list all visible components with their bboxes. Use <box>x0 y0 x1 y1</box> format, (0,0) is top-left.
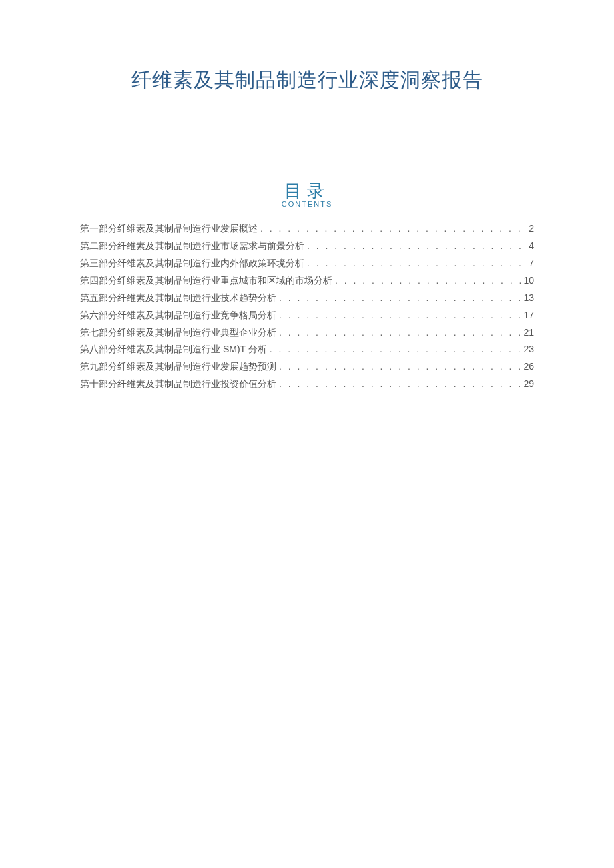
toc-item-page: 7 <box>529 255 534 272</box>
toc-dots <box>335 272 521 290</box>
toc-item-page: 2 <box>529 220 534 238</box>
document-title: 纤维素及其制品制造行业深度洞察报告 <box>80 67 534 94</box>
toc-dots <box>279 376 521 393</box>
toc-item-label: 第六部分纤维素及其制品制造行业竞争格局分析 <box>80 307 276 324</box>
toc-dots <box>270 341 521 358</box>
toc-dots <box>279 307 521 324</box>
toc-dots <box>260 220 526 238</box>
toc-dots <box>307 255 526 272</box>
toc-item-label: 第五部分纤维素及其制品制造行业技术趋势分析 <box>80 290 276 307</box>
toc-item[interactable]: 第九部分纤维素及其制品制造行业发展趋势预测 26 <box>80 358 534 376</box>
toc-item-label: 第八部分纤维素及其制品制造行业 SM)T 分析 <box>80 341 267 358</box>
toc-item-label: 第四部分纤维素及其制品制造行业重点城市和区域的市场分析 <box>80 272 332 290</box>
toc-item-page: 23 <box>523 341 534 358</box>
toc-item-label: 第二部分纤维素及其制品制造行业市场需求与前景分析 <box>80 238 304 255</box>
toc-item[interactable]: 第三部分纤维素及其制品制造行业内外部政策环境分析 7 <box>80 255 534 272</box>
toc-item-label: 第十部分纤维素及其制品制造行业投资价值分析 <box>80 376 276 393</box>
toc-item[interactable]: 第八部分纤维素及其制品制造行业 SM)T 分析 23 <box>80 341 534 358</box>
toc-item-label: 第七部分纤维素及其制品制造行业典型企业分析 <box>80 324 276 342</box>
toc-item-page: 21 <box>523 324 534 342</box>
toc-item-page: 4 <box>529 238 534 255</box>
toc-dots <box>279 290 521 307</box>
toc-item-page: 29 <box>523 376 534 393</box>
toc-item-page: 13 <box>523 290 534 307</box>
toc-item-label: 第九部分纤维素及其制品制造行业发展趋势预测 <box>80 358 276 376</box>
toc-dots <box>279 358 521 376</box>
toc-item-page: 17 <box>523 307 534 324</box>
toc-list: 第一部分纤维素及其制品制造行业发展概述 2 第二部分纤维素及其制品制造行业市场需… <box>80 220 534 393</box>
toc-item[interactable]: 第二部分纤维素及其制品制造行业市场需求与前景分析 4 <box>80 238 534 255</box>
toc-heading: 目录 <box>80 181 534 201</box>
toc-item[interactable]: 第七部分纤维素及其制品制造行业典型企业分析 21 <box>80 324 534 342</box>
toc-item-label: 第三部分纤维素及其制品制造行业内外部政策环境分析 <box>80 255 304 272</box>
toc-dots <box>307 238 526 255</box>
toc-header: 目录 CONTENTS <box>80 181 534 208</box>
toc-dots <box>279 324 521 342</box>
toc-item[interactable]: 第五部分纤维素及其制品制造行业技术趋势分析 13 <box>80 290 534 307</box>
toc-item-page: 26 <box>523 358 534 376</box>
toc-item-page: 10 <box>523 272 534 290</box>
toc-item[interactable]: 第六部分纤维素及其制品制造行业竞争格局分析 17 <box>80 307 534 324</box>
toc-subtitle: CONTENTS <box>80 200 534 208</box>
toc-item-label: 第一部分纤维素及其制品制造行业发展概述 <box>80 220 258 238</box>
toc-item[interactable]: 第十部分纤维素及其制品制造行业投资价值分析 29 <box>80 376 534 393</box>
toc-item[interactable]: 第一部分纤维素及其制品制造行业发展概述 2 <box>80 220 534 238</box>
toc-item[interactable]: 第四部分纤维素及其制品制造行业重点城市和区域的市场分析 10 <box>80 272 534 290</box>
